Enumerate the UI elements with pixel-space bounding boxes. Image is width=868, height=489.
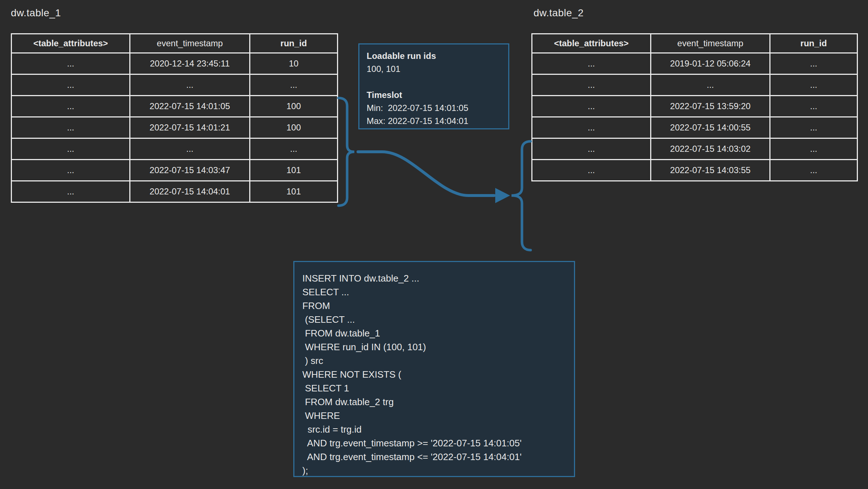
table2-header-run-id: run_id (770, 34, 858, 53)
table-cell: ... (12, 138, 130, 160)
left-brace (338, 98, 354, 206)
table-cell: ... (250, 138, 338, 160)
table-cell: ... (532, 74, 651, 96)
table-cell: ... (770, 160, 858, 181)
info-timeslot-min: Min: 2022-07-15 14:01:05 (367, 102, 508, 115)
table-cell: 100 (250, 117, 338, 138)
table-cell: ... (12, 74, 130, 96)
table-cell: 2022-07-15 13:59:20 (651, 96, 770, 117)
table-cell: 2020-12-14 23:45:11 (130, 53, 250, 74)
table-cell: ... (770, 138, 858, 160)
table-cell: ... (130, 74, 250, 96)
table-row: ... 2022-07-15 14:03:02 ... (532, 138, 858, 160)
table-cell: 2022-07-15 14:00:55 (651, 117, 770, 138)
sql-line: SELECT ... (302, 285, 574, 299)
sql-line: (SELECT ... (302, 313, 574, 326)
table-cell: 101 (250, 181, 338, 202)
table-row: ... ... ... (532, 74, 858, 96)
sql-line: FROM dw.table_1 (302, 326, 574, 340)
info-heading-timeslot: Timeslot (367, 89, 508, 102)
table-cell: 10 (250, 53, 338, 74)
table-cell: 2019-01-12 05:06:24 (651, 53, 770, 74)
table-2: <table_attributes> event_timestamp run_i… (531, 33, 858, 181)
table-row: ... ... ... (12, 138, 338, 160)
table-cell: ... (12, 160, 130, 181)
table-row: ... 2022-07-15 14:03:47 101 (12, 160, 338, 181)
table-cell: ... (532, 53, 651, 74)
table-row: ... 2020-12-14 23:45:11 10 (12, 53, 338, 74)
sql-line: AND trg.event_timestamp <= '2022-07-15 1… (302, 450, 574, 464)
table-row: ... 2022-07-15 14:04:01 101 (12, 181, 338, 202)
table2-header-row: <table_attributes> event_timestamp run_i… (532, 34, 858, 53)
sql-code-box: INSERT INTO dw.table_2 ... SELECT ... FR… (293, 261, 575, 477)
sql-line: FROM (302, 299, 574, 313)
table-row: ... 2022-07-15 14:03:55 ... (532, 160, 858, 181)
sql-line: SELECT 1 (302, 381, 574, 395)
table2-header-attributes: <table_attributes> (532, 34, 651, 53)
table-cell: 2022-07-15 14:01:05 (130, 96, 250, 117)
table1-header-attributes: <table_attributes> (12, 34, 130, 53)
table-cell: 100 (250, 96, 338, 117)
table1-title: dw.table_1 (11, 7, 61, 19)
sql-line: FROM dw.table_2 trg (302, 395, 574, 409)
table-cell: 2022-07-15 14:03:55 (651, 160, 770, 181)
sql-line: WHERE NOT EXISTS ( (302, 368, 574, 381)
table2-title: dw.table_2 (534, 7, 584, 19)
sql-line: src.id = trg.id (302, 422, 574, 436)
table-cell: ... (651, 74, 770, 96)
right-brace (511, 141, 531, 250)
table-cell: ... (12, 181, 130, 202)
table-cell: ... (770, 96, 858, 117)
table-1: <table_attributes> event_timestamp run_i… (11, 33, 338, 203)
sql-line: ); (302, 464, 574, 477)
table-cell: 2022-07-15 14:03:47 (130, 160, 250, 181)
table-cell: ... (770, 117, 858, 138)
sql-line: ) src (302, 354, 574, 368)
sql-line: INSERT INTO dw.table_2 ... (302, 271, 574, 285)
info-timeslot-max: Max: 2022-07-15 14:04:01 (367, 115, 508, 128)
table-row: ... 2022-07-15 14:00:55 ... (532, 117, 858, 138)
info-heading-run-ids: Loadable run ids (367, 50, 508, 63)
table-cell: ... (12, 117, 130, 138)
table-cell: ... (532, 117, 651, 138)
table-cell: ... (12, 53, 130, 74)
table-cell: 101 (250, 160, 338, 181)
table-row: ... 2022-07-15 14:01:21 100 (12, 117, 338, 138)
flow-arrow-line (358, 152, 494, 196)
table1-header-run-id: run_id (250, 34, 338, 53)
table-cell: ... (770, 74, 858, 96)
loadable-run-ids-info-box: Loadable run ids 100, 101 Timeslot Min: … (358, 43, 509, 129)
table-row: ... ... ... (12, 74, 338, 96)
sql-line: AND trg.event_timestamp >= '2022-07-15 1… (302, 436, 574, 450)
table-cell: 2022-07-15 14:04:01 (130, 181, 250, 202)
table1-header-event-timestamp: event_timestamp (130, 34, 250, 53)
table-cell: ... (130, 138, 250, 160)
table-cell: ... (250, 74, 338, 96)
table-row: ... 2022-07-15 14:01:05 100 (12, 96, 338, 117)
table-cell: ... (532, 96, 651, 117)
table-row: ... 2022-07-15 13:59:20 ... (532, 96, 858, 117)
table2-header-event-timestamp: event_timestamp (651, 34, 770, 53)
table-row: ... 2019-01-12 05:06:24 ... (532, 53, 858, 74)
sql-line: WHERE (302, 409, 574, 422)
table-cell: 2022-07-15 14:01:21 (130, 117, 250, 138)
table-cell: 2022-07-15 14:03:02 (651, 138, 770, 160)
table-cell: ... (532, 138, 651, 160)
table1-header-row: <table_attributes> event_timestamp run_i… (12, 34, 338, 53)
flow-arrowhead-icon (495, 188, 510, 203)
table-cell: ... (12, 96, 130, 117)
info-run-ids-value: 100, 101 (367, 63, 508, 76)
table-cell: ... (532, 160, 651, 181)
table-cell: ... (770, 53, 858, 74)
diagram-canvas: { "colors": { "background": "#2b2b2b", "… (0, 0, 868, 489)
sql-line: WHERE run_id IN (100, 101) (302, 340, 574, 354)
